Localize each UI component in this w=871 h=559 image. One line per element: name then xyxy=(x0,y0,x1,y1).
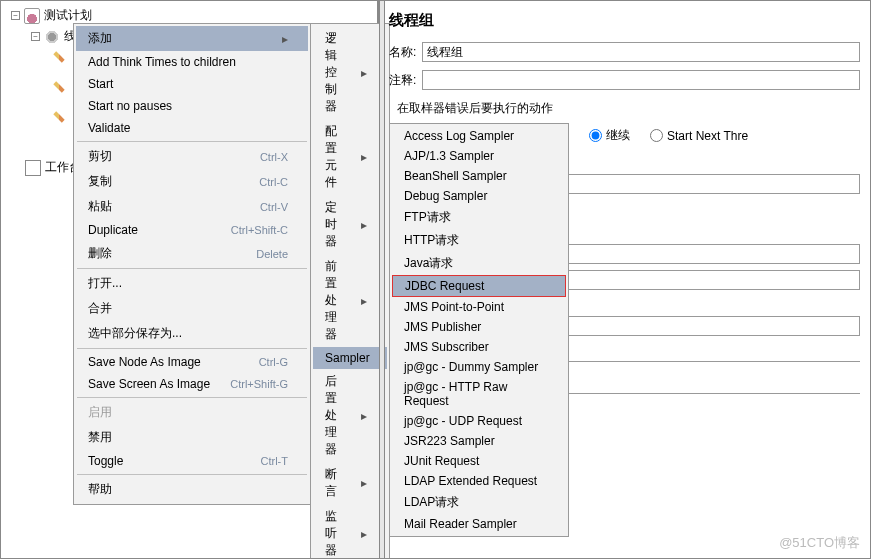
submenu-arrow-icon: ▸ xyxy=(361,218,367,232)
panel-title: 线程组 xyxy=(389,7,860,38)
menu-add[interactable]: 添加▸ xyxy=(76,26,308,51)
sampler-item[interactable]: JMS Subscriber xyxy=(392,337,566,357)
sampler-item[interactable]: JUnit Request xyxy=(392,451,566,471)
add-submenu: 逻辑控制器▸ 配置元件▸ 定时器▸ 前置处理器▸ Sampler▸ 后置处理器▸… xyxy=(310,23,390,559)
stub-1: 3 xyxy=(519,344,860,362)
name-input[interactable] xyxy=(422,42,860,62)
sampler-item[interactable]: LDAP请求 xyxy=(392,491,566,514)
sampler-item-jdbc[interactable]: JDBC Request xyxy=(392,275,566,297)
context-menu: 添加▸ Add Think Times to children Start St… xyxy=(73,23,311,505)
sampler-item[interactable]: AJP/1.3 Sampler xyxy=(392,146,566,166)
menu-think-times[interactable]: Add Think Times to children xyxy=(76,51,308,73)
submenu-logic-controller[interactable]: 逻辑控制器▸ xyxy=(313,26,387,119)
tree-toggle-icon[interactable]: − xyxy=(11,11,20,20)
menu-duplicate[interactable]: DuplicateCtrl+Shift-C xyxy=(76,219,308,241)
menu-help[interactable]: 帮助 xyxy=(76,477,308,502)
menu-separator xyxy=(77,268,307,269)
submenu-pre-processor[interactable]: 前置处理器▸ xyxy=(313,254,387,347)
sampler-item[interactable]: JMS Point-to-Point xyxy=(392,297,566,317)
sampler-item[interactable]: Access Log Sampler xyxy=(392,126,566,146)
menu-save-partial[interactable]: 选中部分保存为... xyxy=(76,321,308,346)
pencil-icon xyxy=(53,111,64,122)
comment-input[interactable] xyxy=(422,70,860,90)
submenu-arrow-icon: ▸ xyxy=(361,294,367,308)
submenu-assertion[interactable]: 断言▸ xyxy=(313,462,387,504)
menu-separator xyxy=(77,474,307,475)
stub-2: 3 xyxy=(519,376,860,394)
sampler-item[interactable]: jp@gc - Dummy Sampler xyxy=(392,357,566,377)
submenu-arrow-icon: ▸ xyxy=(282,32,288,46)
menu-paste[interactable]: 粘贴Ctrl-V xyxy=(76,194,308,219)
submenu-timer[interactable]: 定时器▸ xyxy=(313,195,387,254)
sampler-item[interactable]: JMS Publisher xyxy=(392,317,566,337)
empty-field-2[interactable] xyxy=(519,270,860,290)
submenu-arrow-icon: ▸ xyxy=(361,66,367,80)
partial-input-1[interactable] xyxy=(518,174,860,194)
sampler-item[interactable]: BeanShell Sampler xyxy=(392,166,566,186)
tree-root-label: 测试计划 xyxy=(44,7,92,24)
menu-delete[interactable]: 删除Delete xyxy=(76,241,308,266)
menu-separator xyxy=(77,397,307,398)
submenu-listener[interactable]: 监听器▸ xyxy=(313,504,387,559)
menu-cut[interactable]: 剪切Ctrl-X xyxy=(76,144,308,169)
pencil-icon xyxy=(53,81,64,92)
submenu-arrow-icon: ▸ xyxy=(361,476,367,490)
menu-save-screen-img[interactable]: Save Screen As ImageCtrl+Shift-G xyxy=(76,373,308,395)
radio-continue[interactable]: 继续 xyxy=(589,127,630,144)
name-label: 名称: xyxy=(389,44,416,61)
submenu-arrow-icon: ▸ xyxy=(361,150,367,164)
menu-save-node-img[interactable]: Save Node As ImageCtrl-G xyxy=(76,351,308,373)
menu-toggle[interactable]: ToggleCtrl-T xyxy=(76,450,308,472)
submenu-post-processor[interactable]: 后置处理器▸ xyxy=(313,369,387,462)
menu-validate[interactable]: Validate xyxy=(76,117,308,139)
sampler-item[interactable]: jp@gc - HTTP Raw Request xyxy=(392,377,566,411)
workbench-icon xyxy=(25,160,41,176)
menu-start[interactable]: Start xyxy=(76,73,308,95)
testplan-icon xyxy=(24,8,40,24)
watermark: @51CTO博客 xyxy=(779,534,860,552)
sampler-item[interactable]: FTP请求 xyxy=(392,206,566,229)
pencil-icon xyxy=(53,51,64,62)
menu-open[interactable]: 打开... xyxy=(76,271,308,296)
menu-start-no-pauses[interactable]: Start no pauses xyxy=(76,95,308,117)
sampler-submenu: Access Log Sampler AJP/1.3 Sampler BeanS… xyxy=(389,123,569,537)
sampler-item[interactable]: jp@gc - UDP Request xyxy=(392,411,566,431)
menu-enable: 启用 xyxy=(76,400,308,425)
empty-field-3[interactable] xyxy=(519,316,860,336)
sampler-item[interactable]: Java请求 xyxy=(392,252,566,275)
sampler-item[interactable]: Mail Reader Sampler xyxy=(392,514,566,534)
empty-field-1[interactable] xyxy=(519,244,860,264)
menu-merge[interactable]: 合并 xyxy=(76,296,308,321)
submenu-arrow-icon: ▸ xyxy=(361,409,367,423)
submenu-config-element[interactable]: 配置元件▸ xyxy=(313,119,387,195)
gear-icon xyxy=(44,29,60,45)
radio-start-next-input[interactable] xyxy=(650,129,663,142)
menu-separator xyxy=(77,141,307,142)
radio-continue-input[interactable] xyxy=(589,129,602,142)
sampler-item[interactable]: HTTP请求 xyxy=(392,229,566,252)
comment-label: 注释: xyxy=(389,72,416,89)
sampler-item[interactable]: JSR223 Sampler xyxy=(392,431,566,451)
menu-copy[interactable]: 复制Ctrl-C xyxy=(76,169,308,194)
menu-separator xyxy=(77,348,307,349)
submenu-sampler[interactable]: Sampler▸ xyxy=(313,347,387,369)
radio-start-next[interactable]: Start Next Thre xyxy=(650,129,748,143)
sampler-item[interactable]: LDAP Extended Request xyxy=(392,471,566,491)
sampler-item[interactable]: Debug Sampler xyxy=(392,186,566,206)
menu-disable[interactable]: 禁用 xyxy=(76,425,308,450)
submenu-arrow-icon: ▸ xyxy=(361,527,367,541)
tree-toggle-icon[interactable]: − xyxy=(31,32,40,41)
sampler-error-label: 在取样器错误后要执行的动作 xyxy=(389,94,860,121)
tree-panel: − 测试计划 − 线 工作台 xyxy=(1,1,379,558)
